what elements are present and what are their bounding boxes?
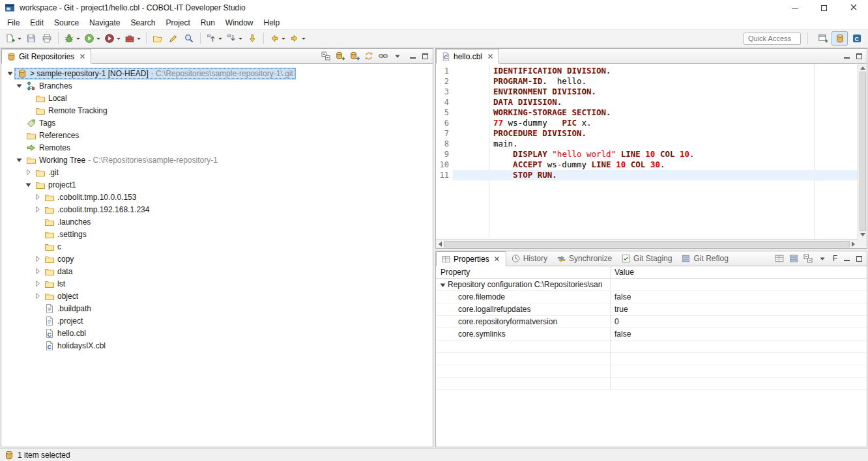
last-edit-location-button[interactable] [244,31,260,46]
add-repository-button[interactable] [333,50,347,63]
twistie-expanded-icon[interactable] [436,282,446,288]
filter-label[interactable]: F [831,254,839,263]
menu-run[interactable]: Run [195,16,220,29]
editor-line[interactable]: 10 ACCEPT ws-dummy LINE 10 COL 30. [436,160,858,170]
view-menu-button[interactable] [390,50,404,63]
tab-git-repositories[interactable]: Git Repositories [1,49,91,64]
twistie-expanded-icon[interactable] [23,182,33,188]
column-header-property[interactable]: Property [436,268,610,277]
open-perspective-button[interactable] [815,31,831,46]
cobol-perspective-button[interactable]: C [848,31,865,46]
menu-project[interactable]: Project [160,16,195,29]
tree-item[interactable]: CholidaysIX.cbl [1,339,433,352]
dropdown-arrow-icon[interactable] [137,38,141,40]
line-number[interactable]: 11 [436,170,453,180]
menu-source[interactable]: Source [49,16,84,29]
close-icon[interactable] [78,53,86,61]
collapse-all-button[interactable] [802,253,815,265]
close-window-button[interactable] [839,0,868,16]
dropdown-arrow-icon[interactable] [76,38,80,40]
minimize-view-icon[interactable] [842,254,852,263]
property-row[interactable]: core.filemodefalse [436,291,867,303]
tab-git-reflog[interactable]: Git Reflog [676,251,732,266]
new-wizard-button[interactable] [3,31,23,46]
minimize-view-icon[interactable] [408,51,418,61]
tree-item[interactable]: .buildpath [1,302,433,314]
code-editor[interactable]: 1IDENTIFICATION DIVISION.2PROGRAM-ID. he… [436,64,858,239]
close-icon[interactable] [486,53,494,61]
restore-window-button[interactable] [809,0,839,16]
editor-line[interactable]: 9 DISPLAY "hello world" LINE 10 COL 10. [436,149,858,160]
line-number[interactable]: 5 [436,107,453,118]
editor-line[interactable]: 1IDENTIFICATION DIVISION. [436,66,858,76]
open-element-button[interactable] [150,31,166,46]
twistie-collapsed-icon[interactable] [33,256,42,262]
show-categories-button[interactable] [773,253,787,265]
save-button[interactable] [23,31,39,46]
editor-line[interactable]: 7PROCEDURE DIVISION. [436,128,858,139]
dropdown-arrow-icon[interactable] [282,38,285,40]
dropdown-arrow-icon[interactable] [239,38,242,40]
dropdown-arrow-icon[interactable] [218,38,222,40]
refresh-button[interactable] [362,50,375,63]
vertical-scroll-thumb[interactable] [860,72,866,231]
menu-search[interactable]: Search [125,16,160,29]
tree-item[interactable]: .settings [1,228,433,240]
tab-hello-cbl[interactable]: C hello.cbl [436,49,499,64]
tab-properties[interactable]: Properties [436,251,506,266]
maximize-view-icon[interactable] [420,51,430,61]
tab-history[interactable]: History [506,251,552,266]
line-number[interactable]: 6 [436,118,453,128]
menu-edit[interactable]: Edit [25,16,49,29]
scroll-left-icon[interactable] [439,242,442,247]
line-number[interactable]: 10 [436,160,453,170]
tree-item[interactable]: lst [1,277,433,290]
line-number[interactable]: 9 [436,149,453,160]
editor-horizontal-scrollbar[interactable] [436,239,858,248]
line-number[interactable]: 7 [436,128,453,139]
coverage-button[interactable] [102,31,123,46]
line-number[interactable]: 8 [436,139,453,149]
search-button[interactable] [181,31,197,46]
view-menu-button[interactable] [816,253,830,265]
tab-git-staging[interactable]: Git Staging [616,251,676,266]
column-header-value[interactable]: Value [610,268,867,277]
tree-item[interactable]: Tags [1,117,433,129]
link-with-selection-button[interactable] [376,50,390,63]
dropdown-arrow-icon[interactable] [96,38,100,40]
scroll-up-icon[interactable] [860,66,865,70]
tree-item[interactable]: object [1,290,433,302]
tree-item[interactable]: Remote Tracking [1,104,433,117]
next-annotation-button[interactable] [224,31,244,46]
previous-annotation-button[interactable] [204,31,224,46]
menu-navigate[interactable]: Navigate [84,16,125,29]
run-button[interactable] [82,31,102,46]
editor-vertical-scrollbar[interactable] [858,64,867,239]
scroll-down-icon[interactable] [860,233,865,236]
clone-repository-button[interactable] [347,50,361,63]
collapse-all-button[interactable] [319,50,332,63]
editor-line[interactable]: 5WORKING-STORAGE SECTION. [436,107,858,118]
tree-item[interactable]: .cobolit.tmp.192.168.1.234 [1,203,433,216]
horizontal-scroll-thumb[interactable] [444,241,850,247]
line-number[interactable]: 4 [436,97,453,107]
minimize-view-icon[interactable] [842,51,852,61]
close-icon[interactable] [493,255,501,263]
editor-line[interactable]: 3ENVIRONMENT DIVISION. [436,87,858,97]
dropdown-arrow-icon[interactable] [18,38,22,40]
property-group-row[interactable]: Repository configuration C:\Repositories… [436,279,867,291]
tree-item[interactable]: References [1,129,433,141]
line-number[interactable]: 3 [436,87,453,97]
forward-history-button[interactable] [287,31,308,46]
dropdown-arrow-icon[interactable] [117,38,121,40]
edit-button[interactable] [166,31,181,46]
tree-item[interactable]: .launches [1,216,433,228]
editor-line[interactable]: 2PROGRAM-ID. hello. [436,76,858,87]
tree-item[interactable]: Local [1,92,433,104]
dropdown-arrow-icon[interactable] [302,38,306,40]
twistie-expanded-icon[interactable] [14,83,23,89]
quick-access-field[interactable]: Quick Access [744,33,801,45]
line-number[interactable]: 1 [436,66,453,76]
tree-item[interactable]: .cobolit.tmp.10.0.0.153 [1,191,433,203]
maximize-view-icon[interactable] [854,51,864,61]
